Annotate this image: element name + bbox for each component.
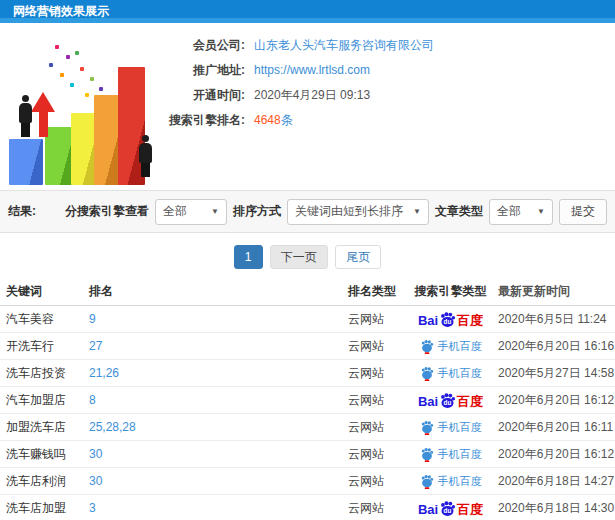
- updated-cell: 2020年6月20日 16:16: [496, 338, 615, 355]
- account-info-panel: 会员公司: 山东老人头汽车服务咨询有限公司 推广地址: https://www.…: [155, 39, 615, 139]
- businessman-figure-right: [139, 135, 152, 177]
- rank-type-cell: 云网站: [348, 338, 405, 355]
- table-row: 洗车店加盟 3 云网站 Bai du 百度 2020年6月18日 14:30: [0, 495, 615, 520]
- keyword-cell: 开洗车行: [0, 338, 89, 355]
- next-page-button[interactable]: 下一页: [270, 245, 328, 269]
- chart-bar-orange: [94, 95, 120, 185]
- mobile-baidu-logo: 手机百度: [420, 474, 482, 489]
- mobile-baidu-logo: 手机百度: [420, 366, 482, 381]
- rank-type-cell: 云网站: [348, 446, 405, 463]
- rank-link[interactable]: 21,26: [89, 366, 119, 380]
- promo-url-row: 推广地址: https://www.lrtlsd.com: [155, 64, 615, 76]
- rank-count: 4648: [254, 113, 281, 127]
- rank-type-cell: 云网站: [348, 419, 405, 436]
- chart-bar-blue: [9, 139, 43, 185]
- updated-cell: 2020年5月27日 14:58: [496, 365, 615, 382]
- open-time-label: 开通时间:: [155, 87, 245, 104]
- filter-group: 分搜索引擎查看 全部 ▼ 排序方式 关键词由短到长排序 ▼ 文章类型 全部 ▼ …: [65, 199, 607, 225]
- table-row: 加盟洗车店 25,28,28 云网站 手机百度 2020年6月20日 16:11: [0, 414, 615, 441]
- col-rank: 排名: [89, 283, 348, 300]
- keyword-cell: 洗车店投资: [0, 365, 89, 382]
- rank-link[interactable]: 3: [89, 501, 96, 515]
- marketing-report-page: 网络营销效果展示 会员公司: 山东老人头汽车服务: [0, 0, 615, 520]
- engine-rank-row: 搜索引擎排名: 4648条: [155, 114, 615, 126]
- col-rank-type: 排名类型: [348, 283, 405, 300]
- updated-cell: 2020年6月20日 16:11: [496, 419, 615, 436]
- engine-filter-select[interactable]: 全部 ▼: [155, 199, 227, 225]
- mobile-baidu-paw-icon: [420, 420, 434, 435]
- updated-cell: 2020年6月18日 14:27: [496, 473, 615, 490]
- engine-rank-value: 4648条: [254, 112, 293, 129]
- engine-cell: Bai du 百度: [405, 311, 496, 327]
- table-row: 开洗车行 27 云网站 手机百度 2020年6月20日 16:16: [0, 333, 615, 360]
- up-arrow-stem: [39, 111, 48, 137]
- keyword-cell: 汽车加盟店: [0, 392, 89, 409]
- col-engine-type: 搜索引擎类型: [405, 283, 496, 300]
- mobile-baidu-paw-icon: [420, 366, 434, 381]
- rank-unit: 条: [281, 113, 293, 127]
- chevron-down-icon: ▼: [529, 207, 545, 216]
- sort-label: 排序方式: [233, 203, 281, 220]
- businessman-figure-left: [19, 95, 32, 137]
- mobile-baidu-logo: 手机百度: [420, 447, 482, 462]
- submit-button[interactable]: 提交: [559, 199, 607, 225]
- up-arrow-icon: [31, 92, 55, 112]
- page-title: 网络营销效果展示: [0, 0, 615, 22]
- engine-cell: Bai du 百度: [405, 392, 496, 408]
- engine-filter-value: 全部: [163, 203, 187, 220]
- engine-cell: 手机百度: [405, 474, 496, 489]
- table-row: 汽车加盟店 8 云网站 Bai du 百度 2020年6月20日 16:12: [0, 387, 615, 414]
- chevron-down-icon: ▼: [405, 207, 421, 216]
- keyword-cell: 加盟洗车店: [0, 419, 89, 436]
- updated-cell: 2020年6月20日 16:12: [496, 392, 615, 409]
- mobile-baidu-paw-icon: [420, 339, 434, 354]
- rank-type-cell: 云网站: [348, 500, 405, 517]
- result-label: 结果:: [8, 203, 36, 220]
- mobile-baidu-paw-icon: [420, 474, 434, 489]
- rank-link[interactable]: 8: [89, 393, 96, 407]
- table-row: 洗车店投资 21,26 云网站 手机百度 2020年5月27日 14:58: [0, 360, 615, 387]
- article-type-label: 文章类型: [435, 203, 483, 220]
- engine-cell: Bai du 百度: [405, 500, 496, 516]
- table-row: 洗车店利润 30 云网站 手机百度 2020年6月18日 14:27: [0, 468, 615, 495]
- open-time-value: 2020年4月29日 09:13: [254, 87, 370, 104]
- rank-link[interactable]: 30: [89, 474, 102, 488]
- member-company-link[interactable]: 山东老人头汽车服务咨询有限公司: [254, 37, 434, 54]
- results-table: 关键词 排名 排名类型 搜索引擎类型 最新更新时间 汽车美容 9 云网站 Bai…: [0, 278, 615, 520]
- page-1-button[interactable]: 1: [234, 245, 263, 269]
- rank-link[interactable]: 30: [89, 447, 102, 461]
- chart-bar-yellow: [71, 113, 96, 185]
- sort-value: 关键词由短到长排序: [295, 203, 403, 220]
- member-company-label: 会员公司:: [155, 37, 245, 54]
- updated-cell: 2020年6月20日 16:12: [496, 446, 615, 463]
- rank-type-cell: 云网站: [348, 392, 405, 409]
- baidu-logo: Bai du 百度: [418, 311, 483, 327]
- promo-url-label: 推广地址:: [155, 62, 245, 79]
- table-row: 洗车赚钱吗 30 云网站 手机百度 2020年6月20日 16:12: [0, 441, 615, 468]
- updated-cell: 2020年6月18日 14:30: [496, 500, 615, 517]
- engine-cell: 手机百度: [405, 366, 496, 381]
- col-keyword: 关键词: [0, 283, 89, 300]
- mobile-baidu-paw-icon: [420, 447, 434, 462]
- rank-link[interactable]: 9: [89, 312, 96, 326]
- open-time-row: 开通时间: 2020年4月29日 09:13: [155, 89, 615, 101]
- keyword-cell: 汽车美容: [0, 311, 89, 328]
- rank-link[interactable]: 25,28,28: [89, 420, 136, 434]
- engine-rank-label: 搜索引擎排名:: [155, 112, 245, 129]
- rank-type-cell: 云网站: [348, 473, 405, 490]
- promo-url-link[interactable]: https://www.lrtlsd.com: [254, 63, 370, 77]
- svg-text:du: du: [444, 318, 452, 325]
- decorative-chart-image: [3, 33, 158, 185]
- baidu-paw-icon: du: [439, 392, 456, 409]
- keyword-cell: 洗车店利润: [0, 473, 89, 490]
- keyword-cell: 洗车赚钱吗: [0, 446, 89, 463]
- article-type-select[interactable]: 全部 ▼: [489, 199, 553, 225]
- sort-select[interactable]: 关键词由短到长排序 ▼: [287, 199, 429, 225]
- article-type-value: 全部: [497, 203, 521, 220]
- last-page-button[interactable]: 尾页: [335, 245, 381, 269]
- engine-filter-label: 分搜索引擎查看: [65, 203, 149, 220]
- page-header: 网络营销效果展示: [0, 0, 615, 23]
- rank-link[interactable]: 27: [89, 339, 102, 353]
- engine-cell: 手机百度: [405, 339, 496, 354]
- svg-text:du: du: [444, 399, 452, 406]
